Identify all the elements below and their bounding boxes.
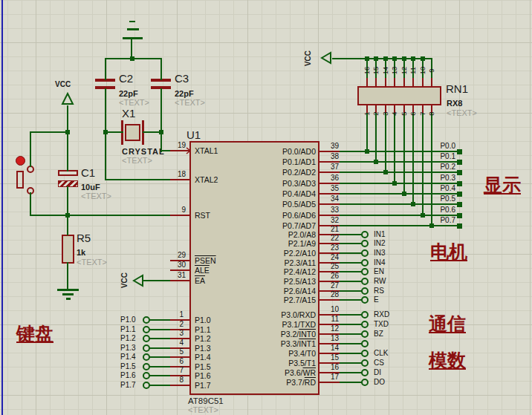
terminal-circle[interactable] [361, 268, 369, 275]
terminal-circle[interactable] [361, 296, 369, 304]
r5-ref[interactable]: R5 [77, 232, 91, 244]
rn1-ref[interactable]: RN1 [446, 83, 468, 94]
annotation-adc[interactable]: 模数 [429, 350, 466, 371]
pin-stub[interactable] [170, 215, 190, 216]
vcc-label[interactable]: VCC [120, 269, 129, 292]
pin-stub[interactable] [319, 171, 340, 173]
wire[interactable] [340, 262, 363, 264]
terminal-circle[interactable] [361, 369, 369, 376]
c1-text-placeholder[interactable]: <TEXT> [81, 192, 111, 200]
wire[interactable] [67, 262, 68, 290]
wire[interactable] [340, 234, 363, 235]
terminal-circle[interactable] [361, 231, 369, 238]
wire[interactable] [67, 186, 68, 216]
terminal-square[interactable] [457, 213, 462, 218]
terminal-circle[interactable] [361, 379, 369, 386]
wire[interactable] [105, 179, 172, 180]
wire[interactable] [340, 353, 363, 354]
wire[interactable] [340, 382, 363, 383]
wire[interactable] [422, 113, 424, 216]
wire[interactable] [30, 192, 31, 216]
wire[interactable] [340, 333, 363, 335]
terminal-square[interactable] [457, 192, 462, 197]
terminal-circle[interactable] [361, 240, 369, 247]
wire[interactable] [340, 171, 459, 173]
c3-ref[interactable]: C3 [175, 73, 189, 84]
wire[interactable] [67, 105, 68, 132]
terminal-square[interactable] [457, 223, 462, 229]
terminal-circle[interactable] [361, 259, 369, 267]
x1-text-placeholder[interactable]: <TEXT> [122, 157, 152, 165]
wire[interactable] [30, 132, 31, 167]
wire[interactable] [340, 271, 363, 272]
annotation-motor[interactable]: 电机 [430, 242, 467, 263]
wire[interactable] [340, 225, 459, 226]
pin-stub[interactable] [319, 299, 340, 301]
wire[interactable] [340, 372, 363, 373]
terminal-circle[interactable] [361, 359, 369, 367]
u1-text-placeholder[interactable]: <TEXT> [188, 406, 218, 414]
terminal-circle[interactable] [361, 321, 369, 328]
wire[interactable] [160, 59, 162, 80]
terminal-circle[interactable] [361, 330, 369, 338]
u1-value[interactable]: AT89C51 [188, 397, 224, 405]
r5-value[interactable]: 1k [77, 249, 85, 257]
pin-stub[interactable] [170, 150, 190, 151]
x1-value[interactable]: CRYSTAL [122, 148, 165, 156]
terminal-square[interactable] [457, 160, 462, 165]
wire[interactable] [340, 290, 363, 292]
wire[interactable] [67, 215, 68, 235]
ground-icon[interactable] [62, 293, 74, 295]
wire[interactable] [340, 252, 363, 254]
terminal-square[interactable] [457, 149, 462, 154]
annotation-display[interactable]: 显示 [484, 175, 521, 196]
c2-text-placeholder[interactable]: <TEXT> [119, 99, 149, 107]
x1-ref[interactable]: X1 [122, 108, 135, 119]
button-indicator[interactable] [16, 156, 25, 166]
wire[interactable] [149, 385, 171, 386]
c1-ref[interactable]: C1 [81, 167, 95, 178]
terminal-circle[interactable] [361, 311, 369, 318]
u1-ref[interactable]: U1 [186, 129, 201, 140]
wire[interactable] [340, 362, 363, 364]
ground-icon[interactable] [127, 28, 139, 30]
wire[interactable] [412, 113, 414, 205]
terminal-circle[interactable] [361, 249, 369, 257]
terminal-circle[interactable] [361, 287, 369, 295]
wire[interactable] [340, 281, 363, 282]
annotation-keyboard[interactable]: 键盘 [16, 324, 53, 344]
wire[interactable] [340, 314, 363, 316]
terminal-circle[interactable] [361, 278, 369, 285]
terminal-square[interactable] [457, 202, 462, 207]
ground-icon[interactable] [66, 298, 71, 300]
terminal-circle[interactable] [361, 350, 369, 357]
vcc-arrow-left-icon[interactable] [320, 51, 332, 65]
terminal-square[interactable] [457, 170, 462, 175]
vcc-label[interactable]: VCC [304, 48, 312, 70]
vcc-arrow-up-icon[interactable] [61, 92, 74, 105]
ground-icon[interactable] [123, 37, 143, 39]
wire[interactable] [30, 131, 68, 133]
pin-stub[interactable] [170, 385, 190, 386]
pin-stub[interactable] [170, 280, 190, 281]
wire[interactable] [67, 215, 172, 216]
crystal-x1-body[interactable] [125, 124, 140, 141]
wire[interactable] [431, 113, 432, 226]
wire[interactable] [67, 132, 68, 171]
wire[interactable] [340, 203, 459, 205]
wire[interactable] [340, 324, 363, 325]
wire[interactable] [160, 88, 162, 152]
wire[interactable] [403, 113, 405, 195]
terminal-circle[interactable] [361, 340, 369, 347]
wire[interactable] [340, 299, 363, 301]
wire[interactable] [30, 215, 68, 216]
pin-stub[interactable] [170, 179, 190, 180]
wire[interactable] [105, 59, 106, 80]
wire[interactable] [340, 243, 363, 244]
r5-text-placeholder[interactable]: <TEXT> [77, 258, 107, 267]
button-body[interactable] [16, 171, 24, 189]
c2-ref[interactable]: C2 [119, 73, 133, 84]
annotation-communication[interactable]: 通信 [429, 314, 466, 335]
pin-stub[interactable] [319, 203, 340, 205]
rn1-value[interactable]: RX8 [447, 99, 462, 108]
